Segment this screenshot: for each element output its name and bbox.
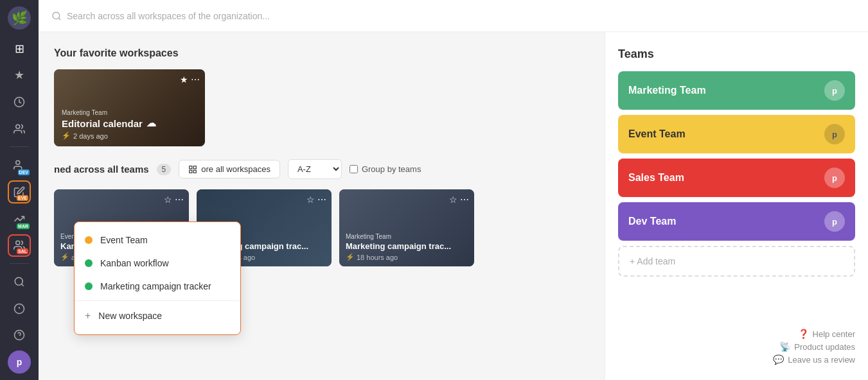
team-card-marketing[interactable]: Marketing Team p <box>618 71 855 110</box>
cloud-icon: ☁ <box>146 117 156 129</box>
dev-team-name: Dev Team <box>628 216 676 227</box>
product-updates-label: Product updates <box>794 342 855 352</box>
help-center-link[interactable]: ❓ Help center <box>798 329 855 339</box>
lightning-icon: ⚡ <box>62 132 71 140</box>
favorite-workspace-card[interactable]: ★ ⋯ Marketing Team Editorial calendar ☁ … <box>54 69 205 146</box>
dev-badge: DEV <box>18 169 30 175</box>
product-updates-icon: 📡 <box>779 341 790 352</box>
teams-title: Teams <box>618 48 855 61</box>
add-team-label: + Add team <box>630 256 675 266</box>
event-team-avatar: p <box>824 124 845 144</box>
ws-card-actions-1: ☆ ⋯ <box>164 194 184 205</box>
app-logo[interactable]: 🌿 <box>8 6 31 30</box>
svg-line-5 <box>21 284 23 286</box>
help-icon[interactable] <box>8 324 31 347</box>
star-action-icon[interactable]: ★ <box>180 74 188 85</box>
svg-line-12 <box>58 18 60 20</box>
dropdown-item-marketing-tracker[interactable]: Marketing campaign tracker <box>75 275 240 298</box>
ws-team-label-3: Marketing Team <box>346 233 468 240</box>
workspace-card-3[interactable]: ☆ ⋯ Marketing Team Marketing campaign tr… <box>339 189 474 266</box>
ws-name-3: Marketing campaign trac... <box>346 241 468 251</box>
ws-star-icon-1[interactable]: ☆ <box>164 194 172 205</box>
ws-star-icon-2[interactable]: ☆ <box>306 194 315 205</box>
dropdown-divider <box>75 300 240 301</box>
event-team-label: Event Team <box>100 235 148 245</box>
sort-select[interactable]: A-Z Z-A Recent <box>288 159 342 179</box>
clock-icon[interactable] <box>8 91 31 114</box>
marketing-team-name: Marketing Team <box>628 85 706 96</box>
favorites-title: Your favorite workspaces <box>54 48 589 59</box>
sidebar: 🌿 ⊞ ★ DEV EVE MAR SAL p <box>0 0 39 380</box>
dropdown-item-event-team[interactable]: Event Team <box>75 229 240 252</box>
new-workspace-label: New workspace <box>98 311 162 321</box>
ws-more-icon-2[interactable]: ⋯ <box>317 194 326 205</box>
add-team-button[interactable]: + Add team <box>618 246 855 277</box>
grid-icon <box>188 165 197 174</box>
kanban-label: Kanban workflow <box>100 258 169 268</box>
help-center-label: Help center <box>813 329 855 339</box>
dropdown-item-kanban[interactable]: Kanban workflow <box>75 252 240 275</box>
card-team-label: Marketing Team <box>62 109 197 116</box>
marketing-team-avatar: p <box>824 80 845 101</box>
kanban-dot <box>85 259 93 267</box>
svg-rect-13 <box>190 166 192 168</box>
user-avatar[interactable]: p <box>8 350 31 374</box>
ws-more-icon-1[interactable]: ⋯ <box>175 194 184 205</box>
svg-rect-14 <box>193 166 196 168</box>
chart-icon[interactable] <box>8 117 31 141</box>
help-center-icon: ❓ <box>798 329 809 339</box>
more-action-icon[interactable]: ⋯ <box>191 74 200 85</box>
search-placeholder: Search across all workspaces of the orga… <box>67 11 270 21</box>
svg-point-3 <box>16 241 20 245</box>
event-team-name: Event Team <box>628 128 686 140</box>
main-content: Search across all workspaces of the orga… <box>39 0 868 380</box>
group-by-teams-checkbox[interactable] <box>350 165 358 173</box>
group-by-teams-label[interactable]: Group by teams <box>350 164 421 174</box>
team-card-dev[interactable]: Dev Team p <box>618 202 855 241</box>
svg-rect-15 <box>190 170 192 173</box>
event-team-dot <box>85 236 93 244</box>
explore-button[interactable]: ore all workspaces <box>179 160 280 178</box>
team-card-sales[interactable]: Sales Team p <box>618 159 855 197</box>
leave-review-icon: 💬 <box>773 354 784 365</box>
workspaces-header: ned across all teams 5 ore all workspace… <box>54 159 589 179</box>
leave-review-link[interactable]: 💬 Leave us a review <box>773 354 855 365</box>
team-card-event[interactable]: Event Team p <box>618 115 855 153</box>
body-area: Your favorite workspaces ★ ⋯ Marketing T… <box>39 32 868 380</box>
pencil-eve-icon[interactable]: EVE <box>8 180 31 203</box>
mar-badge: MAR <box>17 223 30 229</box>
group-label-text: Group by teams <box>362 164 421 174</box>
sal-badge: SAL <box>17 248 28 254</box>
circle-icon[interactable] <box>8 297 31 320</box>
ws-card-actions-2: ☆ ⋯ <box>306 194 326 205</box>
dropdown-popup: Event Team Kanban workflow Marketing cam… <box>74 221 241 335</box>
product-updates-link[interactable]: 📡 Product updates <box>779 341 855 352</box>
search-icon <box>51 11 62 21</box>
explore-label: ore all workspaces <box>201 164 270 174</box>
right-panel: Teams Marketing Team p Event Team p Sale… <box>605 32 868 380</box>
leave-review-label: Leave us a review <box>788 355 855 365</box>
ws-star-icon-3[interactable]: ☆ <box>449 194 457 205</box>
home-icon[interactable]: ⊞ <box>8 37 31 60</box>
users-dev-icon[interactable]: DEV <box>8 153 31 177</box>
sales-team-name: Sales Team <box>628 172 684 184</box>
ws-card-content-3: Marketing Team Marketing campaign trac..… <box>339 228 474 266</box>
footer-links: ❓ Help center 📡 Product updates 💬 Leave … <box>618 329 855 365</box>
svg-rect-16 <box>193 170 196 173</box>
sales-team-avatar: p <box>824 168 845 188</box>
left-panel: Your favorite workspaces ★ ⋯ Marketing T… <box>39 32 605 380</box>
star-icon[interactable]: ★ <box>8 64 31 87</box>
search-icon[interactable] <box>8 270 31 293</box>
new-workspace-item[interactable]: + New workspace <box>75 304 240 328</box>
dev-team-avatar: p <box>824 211 845 232</box>
marketing-tracker-dot <box>85 282 93 290</box>
marketing-tracker-label: Marketing campaign tracker <box>100 281 211 291</box>
search-bar[interactable]: Search across all workspaces of the orga… <box>51 11 270 21</box>
sidebar-divider-1 <box>10 146 29 147</box>
workspaces-title: ned across all teams <box>54 164 149 175</box>
trend-mar-icon[interactable]: MAR <box>8 207 31 230</box>
card-content: Marketing Team Editorial calendar ☁ ⚡ 2 … <box>54 103 205 146</box>
card-actions: ★ ⋯ <box>180 74 200 85</box>
people-sal-icon[interactable]: SAL <box>8 234 31 257</box>
ws-more-icon-3[interactable]: ⋯ <box>460 194 469 205</box>
